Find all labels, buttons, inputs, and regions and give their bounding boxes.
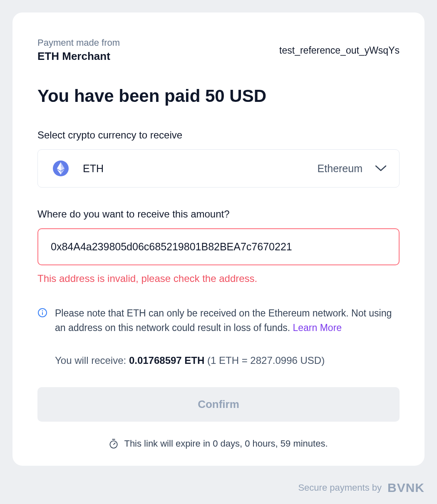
info-icon xyxy=(37,308,47,318)
ethereum-icon xyxy=(53,161,69,176)
payment-from-label: Payment made from xyxy=(37,37,120,48)
expire-text: This link will expire in 0 days, 0 hours… xyxy=(124,438,328,449)
expire-row: This link will expire in 0 days, 0 hours… xyxy=(37,438,400,449)
secure-payments-label: Secure payments by xyxy=(298,482,382,493)
address-error: This address is invalid, please check th… xyxy=(37,273,400,284)
currency-select[interactable]: ETH Ethereum xyxy=(37,149,400,188)
bvnk-logo: BVNK xyxy=(387,481,425,495)
receive-row: You will receive: 0.01768597 ETH (1 ETH … xyxy=(55,355,400,366)
payment-card: Payment made from ETH Merchant test_refe… xyxy=(12,12,425,466)
currency-name: Ethereum xyxy=(318,163,363,175)
reference-id: test_reference_out_yWsqYs xyxy=(279,45,400,56)
address-label: Where do you want to receive this amount… xyxy=(37,208,400,220)
confirm-button[interactable]: Confirm xyxy=(37,387,400,422)
card-header: Payment made from ETH Merchant test_refe… xyxy=(37,37,400,63)
footer: Secure payments by BVNK xyxy=(12,481,425,495)
svg-point-1 xyxy=(42,310,43,311)
receive-label: You will receive: xyxy=(55,355,129,366)
receive-rate: (1 ETH = 2827.0996 USD) xyxy=(204,355,325,366)
currency-code: ETH xyxy=(83,163,318,175)
currency-select-label: Select crypto currency to receive xyxy=(37,129,400,141)
timer-icon xyxy=(109,439,118,449)
payment-from-block: Payment made from ETH Merchant xyxy=(37,37,120,63)
chevron-down-icon xyxy=(375,165,387,172)
svg-rect-2 xyxy=(42,312,43,315)
learn-more-link[interactable]: Learn More xyxy=(293,322,342,333)
page-title: You have been paid 50 USD xyxy=(37,86,400,106)
svg-line-5 xyxy=(114,443,115,445)
info-text-block: Please note that ETH can only be receive… xyxy=(55,306,400,335)
merchant-name: ETH Merchant xyxy=(37,50,120,63)
info-row: Please note that ETH can only be receive… xyxy=(37,306,400,335)
receive-amount: 0.01768597 ETH xyxy=(129,355,204,366)
address-input[interactable] xyxy=(37,228,400,265)
